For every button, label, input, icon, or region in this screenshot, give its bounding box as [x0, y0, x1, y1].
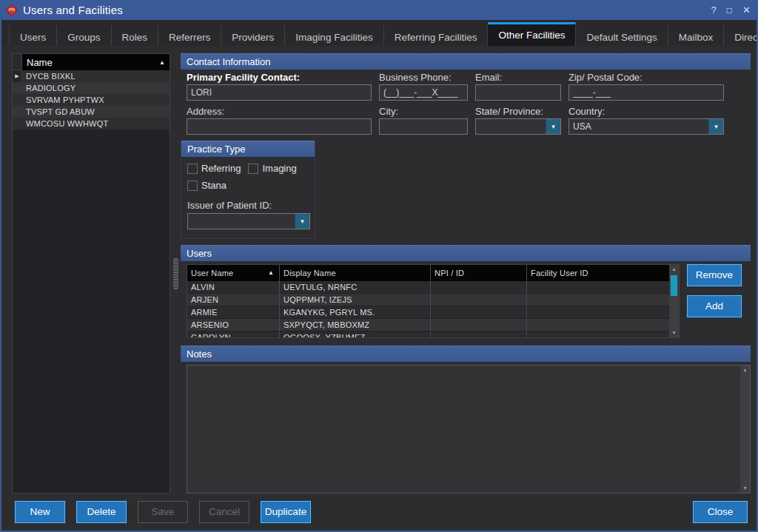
notes-textarea[interactable]: ▲ ▼ — [187, 365, 751, 494]
email-input[interactable] — [475, 84, 561, 101]
app-icon: PR — [6, 4, 18, 16]
facility-list-item[interactable]: ▶DYCB BIXKL — [13, 70, 170, 82]
column-header-facility-user-id[interactable]: Facility User ID — [527, 265, 669, 281]
scroll-up-icon[interactable]: ▲ — [742, 366, 748, 374]
state-province-label: State/ Province: — [475, 105, 561, 118]
chevron-down-icon[interactable]: ▼ — [546, 119, 560, 134]
facility-name: TVSPT GD ABUW — [22, 107, 98, 116]
tab-imaging-facilities[interactable]: Imaging Facilities — [285, 24, 383, 46]
city-input[interactable] — [379, 118, 468, 135]
notes-scrollbar[interactable]: ▲ ▼ — [740, 366, 750, 493]
practice-type-title: Practice Type — [187, 144, 246, 155]
notes-section: Notes ▲ ▼ — [181, 346, 751, 494]
title-bar[interactable]: PR Users and Facilities ? □ ✕ — [1, 0, 757, 20]
user-name-cell: ALVIN — [187, 281, 280, 294]
tab-referrers[interactable]: Referrers — [158, 24, 221, 46]
state-province-combobox[interactable]: ▼ — [475, 118, 561, 135]
primary-contact-label: Primary Facility Contact: — [187, 71, 372, 84]
facility-user-id-cell — [527, 294, 669, 306]
name-column-header[interactable]: Name ▲ — [22, 54, 170, 70]
users-and-facilities-window: PR Users and Facilities ? □ ✕ UsersGroup… — [0, 0, 758, 532]
tab-mailbox[interactable]: Mailbox — [668, 24, 725, 46]
checkbox-stana[interactable]: Stana — [187, 180, 227, 191]
practice-type-header: Practice Type — [181, 141, 315, 157]
users-table: User Name▲Display NameNPI / IDFacility U… — [187, 264, 680, 338]
checkbox-imaging[interactable]: Imaging — [248, 163, 296, 174]
npi-id-cell — [431, 281, 527, 294]
users-area: User Name▲Display NameNPI / IDFacility U… — [187, 264, 742, 338]
row-indicator-gutter — [13, 54, 22, 70]
table-row[interactable]: CAROLYNOGOOSX, YZBUMEZ — [187, 331, 669, 338]
facility-list-item[interactable]: SVRVAM PYHPTWX — [13, 94, 170, 106]
new-button[interactable]: New — [15, 501, 65, 523]
facility-list-body: ▶DYCB BIXKLRADIOLOGYSVRVAM PYHPTWXTVSPT … — [13, 70, 170, 129]
facility-list-item[interactable]: TVSPT GD ABUW — [13, 106, 170, 118]
tab-groups[interactable]: Groups — [57, 24, 111, 46]
tab-default-settings[interactable]: Default Settings — [576, 24, 668, 46]
display-name-cell: OGOOSX, YZBUMEZ — [280, 331, 431, 338]
column-header-display-name[interactable]: Display Name — [280, 265, 431, 281]
column-header-label: Facility User ID — [531, 267, 588, 279]
chevron-down-icon[interactable]: ▼ — [708, 119, 723, 134]
checkbox-box-icon — [187, 164, 198, 174]
business-phone-label: Business Phone: — [379, 71, 468, 84]
table-row[interactable]: ARMIEKGANYKG, PGRYL MS. — [187, 306, 669, 319]
tab-direct-addresses[interactable]: Direct Addresses — [724, 24, 758, 46]
scroll-up-icon[interactable]: ▲ — [671, 265, 677, 274]
column-header-user-name[interactable]: User Name▲ — [187, 265, 280, 281]
primary-contact-input[interactable] — [187, 84, 372, 101]
chevron-down-icon[interactable]: ▼ — [295, 214, 309, 229]
table-row[interactable]: ALVINUEVTULG, NRNFC — [187, 281, 669, 294]
facility-user-id-cell — [527, 306, 669, 319]
npi-id-cell — [431, 306, 527, 319]
table-row[interactable]: ARSENIOSXPYQCT, MBBOXMZ — [187, 319, 669, 331]
tab-referring-facilities[interactable]: Referring Facilities — [384, 24, 489, 46]
checkbox-referring[interactable]: Referring — [187, 163, 241, 174]
tab-bar: UsersGroupsRolesReferrersProvidersImagin… — [1, 20, 757, 46]
tab-providers[interactable]: Providers — [221, 24, 285, 46]
npi-id-cell — [431, 319, 527, 331]
close-button[interactable]: Close — [693, 501, 748, 523]
table-row[interactable]: ARJENUQPPMHT, IZEJS — [187, 294, 669, 306]
facility-list-header[interactable]: Name ▲ — [13, 54, 170, 70]
panel-splitter[interactable] — [170, 53, 181, 494]
help-icon[interactable]: ? — [711, 5, 717, 15]
window-title: Users and Facilities — [23, 4, 123, 16]
delete-button[interactable]: Delete — [76, 501, 127, 523]
users-section-header: Users — [181, 245, 751, 261]
close-icon[interactable]: ✕ — [742, 5, 751, 15]
zip-postal-code-input[interactable] — [568, 84, 724, 101]
facility-name: SVRVAM PYHPTWX — [22, 95, 108, 104]
business-phone-input[interactable] — [379, 84, 468, 101]
scroll-down-icon[interactable]: ▼ — [742, 484, 748, 493]
zip-postal-code-label: Zip/ Postal Code: — [568, 71, 724, 84]
remove-user-button[interactable]: Remove — [687, 264, 742, 286]
notes-section-title: Notes — [187, 349, 212, 360]
tab-users[interactable]: Users — [9, 24, 57, 46]
issuer-of-patient-id-label: Issuer of Patient ID: — [187, 200, 310, 211]
facility-list-panel: Name ▲ ▶DYCB BIXKLRADIOLOGYSVRVAM PYHPTW… — [12, 53, 170, 494]
notes-content[interactable] — [187, 366, 740, 493]
checkbox-label: Referring — [201, 163, 241, 174]
scroll-down-icon[interactable]: ▼ — [671, 329, 677, 337]
tab-roles[interactable]: Roles — [112, 24, 159, 46]
scrollbar-thumb[interactable] — [671, 275, 677, 296]
facility-list-item[interactable]: WMCOSU WWHWQT — [13, 118, 170, 129]
facility-user-id-cell — [527, 331, 669, 338]
country-combobox[interactable]: USA ▼ — [568, 118, 724, 135]
users-table-scrollbar[interactable]: ▲ ▼ — [669, 265, 679, 337]
column-header-npi-id[interactable]: NPI / ID — [431, 265, 527, 281]
tab-other-facilities[interactable]: Other Facilities — [488, 22, 576, 46]
sort-ascending-icon: ▲ — [268, 267, 275, 279]
issuer-of-patient-id-combobox[interactable]: ▼ — [187, 213, 310, 229]
app-icon-label: PR — [6, 7, 18, 12]
add-user-button[interactable]: Add — [687, 295, 742, 317]
address-input[interactable] — [187, 118, 372, 135]
user-name-cell: ARMIE — [187, 306, 280, 319]
maximize-icon[interactable]: □ — [727, 6, 732, 15]
facility-list-item[interactable]: RADIOLOGY — [13, 82, 170, 94]
duplicate-button[interactable]: Duplicate — [261, 501, 311, 523]
checkbox-box-icon — [248, 164, 258, 174]
user-name-cell: ARJEN — [187, 294, 280, 306]
display-name-cell: UEVTULG, NRNFC — [280, 281, 431, 294]
